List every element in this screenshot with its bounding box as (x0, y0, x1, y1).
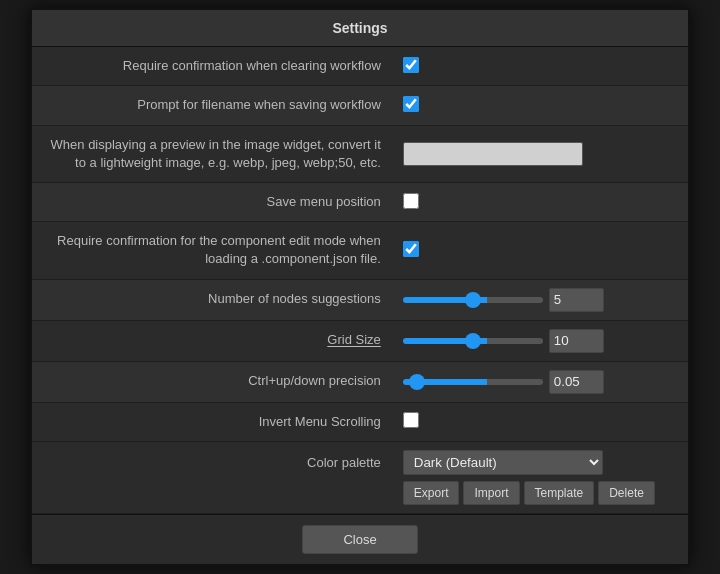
row-require-confirmation-clear: Require confirmation when clearing workf… (32, 47, 688, 86)
palette-btn-delete[interactable]: Delete (598, 481, 655, 505)
checkbox-invert-menu-scrolling[interactable] (403, 412, 419, 428)
control-save-menu-position (393, 183, 688, 222)
label-invert-menu-scrolling: Invert Menu Scrolling (32, 402, 393, 441)
close-button[interactable]: Close (302, 525, 417, 554)
number-ctrl-precision[interactable] (549, 370, 604, 394)
control-ctrl-precision (393, 361, 688, 402)
number-grid-size[interactable] (549, 329, 604, 353)
checkbox-save-menu-position[interactable] (403, 193, 419, 209)
dialog-title: Settings (32, 10, 688, 47)
row-grid-size: Grid Size (32, 320, 688, 361)
settings-dialog: Settings Require confirmation when clear… (30, 8, 690, 566)
row-image-preview-format: When displaying a preview in the image w… (32, 125, 688, 182)
palette-select[interactable]: Dark (Default)LightClassic (403, 450, 603, 475)
label-text-grid-size: Grid Size (327, 332, 380, 347)
label-save-menu-position: Save menu position (32, 183, 393, 222)
palette-row: Color palette Dark (Default)LightClassic… (32, 442, 688, 514)
label-nodes-suggestions: Number of nodes suggestions (32, 279, 393, 320)
label-ctrl-precision: Ctrl+up/down precision (32, 361, 393, 402)
slider-grid-size[interactable] (403, 338, 543, 344)
control-image-preview-format (393, 125, 688, 182)
label-prompt-filename: Prompt for filename when saving workflow (32, 86, 393, 125)
row-require-confirmation-component: Require confirmation for the component e… (32, 222, 688, 279)
slider-container-nodes-suggestions (403, 288, 678, 312)
slider-nodes-suggestions[interactable] (403, 297, 543, 303)
palette-btn-import[interactable]: Import (463, 481, 519, 505)
control-require-confirmation-clear (393, 47, 688, 86)
row-invert-menu-scrolling: Invert Menu Scrolling (32, 402, 688, 441)
control-grid-size (393, 320, 688, 361)
control-nodes-suggestions (393, 279, 688, 320)
control-prompt-filename (393, 86, 688, 125)
slider-ctrl-precision[interactable] (403, 379, 543, 385)
slider-container-grid-size (403, 329, 678, 353)
control-invert-menu-scrolling (393, 402, 688, 441)
row-save-menu-position: Save menu position (32, 183, 688, 222)
number-nodes-suggestions[interactable] (549, 288, 604, 312)
palette-label: Color palette (32, 442, 393, 514)
palette-control: Dark (Default)LightClassic ExportImportT… (393, 442, 688, 514)
checkbox-prompt-filename[interactable] (403, 96, 419, 112)
label-grid-size: Grid Size (32, 320, 393, 361)
palette-btn-template[interactable]: Template (524, 481, 595, 505)
text-image-preview-format[interactable] (403, 142, 583, 166)
label-require-confirmation-component: Require confirmation for the component e… (32, 222, 393, 279)
row-ctrl-precision: Ctrl+up/down precision (32, 361, 688, 402)
label-image-preview-format: When displaying a preview in the image w… (32, 125, 393, 182)
slider-container-ctrl-precision (403, 370, 678, 394)
palette-buttons: ExportImportTemplateDelete (403, 481, 678, 505)
label-require-confirmation-clear: Require confirmation when clearing workf… (32, 47, 393, 86)
checkbox-require-confirmation-component[interactable] (403, 241, 419, 257)
palette-btn-export[interactable]: Export (403, 481, 460, 505)
row-nodes-suggestions: Number of nodes suggestions (32, 279, 688, 320)
row-prompt-filename: Prompt for filename when saving workflow (32, 86, 688, 125)
palette-table: Color palette Dark (Default)LightClassic… (32, 442, 688, 514)
checkbox-require-confirmation-clear[interactable] (403, 57, 419, 73)
control-require-confirmation-component (393, 222, 688, 279)
close-row: Close (32, 514, 688, 564)
settings-table: Require confirmation when clearing workf… (32, 47, 688, 442)
